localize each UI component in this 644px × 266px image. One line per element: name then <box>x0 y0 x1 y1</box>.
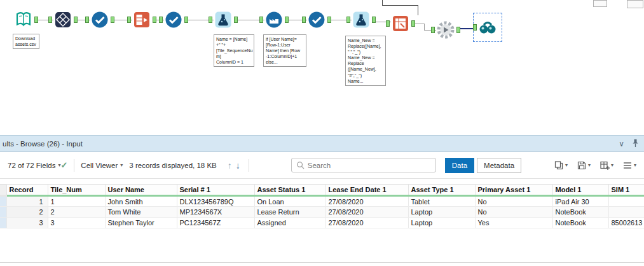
annotation-formula-2[interactable]: Name_New = Replace([Name], " ","_") Name… <box>345 36 386 86</box>
cell-viewer-dropdown[interactable]: Cell Viewer ▾ <box>81 162 123 169</box>
column-header-sim[interactable]: SIM 1 <box>608 185 644 196</box>
tool-input-data[interactable] <box>14 10 33 29</box>
column-header-lease-end[interactable]: Lease End Date 1 <box>325 185 408 196</box>
canvas-control-button[interactable] <box>627 0 643 8</box>
cell[interactable]: Tom White <box>105 207 177 218</box>
search-input[interactable] <box>308 162 431 169</box>
annotation-input[interactable]: Download assets.csv <box>13 34 39 49</box>
pin-icon[interactable] <box>632 139 639 149</box>
output-anchor <box>327 17 331 23</box>
cell[interactable]: iPad Air 30 <box>552 196 608 207</box>
table-row[interactable]: 3 3 Stephen Taylor PC1234567Z Assigned 2… <box>0 218 644 228</box>
cell[interactable]: 1 <box>48 196 105 207</box>
tool-formula-2[interactable] <box>352 10 371 29</box>
cell[interactable]: Assigned <box>254 218 325 228</box>
output-anchor <box>456 27 460 33</box>
column-header-user-name[interactable]: User Name <box>105 185 177 196</box>
tool-tile[interactable] <box>53 10 72 29</box>
cell[interactable]: Laptop <box>408 207 475 218</box>
connection-wire <box>418 5 418 15</box>
cell[interactable]: 27/08/2020 <box>325 207 408 218</box>
tool-text-to-columns[interactable] <box>132 10 151 29</box>
search-box[interactable] <box>291 158 436 172</box>
output-anchor <box>111 17 114 23</box>
cell[interactable]: 27/08/2020 <box>325 218 408 228</box>
tool-formula-1[interactable] <box>214 10 233 29</box>
column-header-record[interactable]: Record <box>6 185 48 196</box>
data-tab-button[interactable]: Data <box>445 158 474 173</box>
cell[interactable] <box>608 207 644 218</box>
save-dropdown-button[interactable]: ▾ <box>577 160 591 171</box>
cell[interactable]: NoteBook <box>552 207 608 218</box>
arrow-up-icon[interactable]: ↑ <box>226 160 234 171</box>
cell[interactable]: 27/08/2020 <box>325 196 408 207</box>
cell[interactable]: 2 <box>48 207 105 218</box>
fields-dropdown[interactable]: 72 of 72 Fields ▾ <box>8 162 60 169</box>
arrow-down-icon[interactable]: ↓ <box>234 160 242 171</box>
tool-select-3[interactable] <box>307 10 326 29</box>
chevron-down-icon[interactable]: ∨ <box>619 140 624 148</box>
cell[interactable]: DLX123456789Q <box>177 196 254 207</box>
cell[interactable] <box>608 196 644 207</box>
cell[interactable]: Laptop <box>408 218 475 228</box>
row-gutter[interactable] <box>0 207 6 218</box>
menu-dropdown-button[interactable]: ▾ <box>622 160 636 171</box>
input-anchor <box>159 17 163 23</box>
copy-dropdown-button[interactable]: ▾ <box>554 160 568 171</box>
cell[interactable]: John Smith <box>105 196 177 207</box>
tool-select-1[interactable] <box>90 10 109 29</box>
caret-down-icon: ▾ <box>634 162 636 168</box>
tool-macro[interactable] <box>436 20 455 39</box>
column-header-primary-asset[interactable]: Primary Asset 1 <box>475 185 552 196</box>
cell[interactable]: PC1234567Z <box>177 218 254 228</box>
cell[interactable]: No <box>475 196 552 207</box>
cell[interactable]: 85002613 <box>608 218 644 228</box>
results-grid: Record Tile_Num User Name Serial # 1 Ass… <box>0 179 644 228</box>
output-anchor <box>285 17 289 23</box>
annotation-formula-1[interactable]: Name = [Name] +" "+ [Tile_SequenceNu m] … <box>214 34 254 67</box>
column-header-tile-num[interactable]: Tile_Num <box>48 185 105 196</box>
tool-cross-tab[interactable] <box>391 14 410 33</box>
new-window-dropdown-button[interactable]: ▾ <box>599 160 613 171</box>
output-anchor <box>74 17 78 23</box>
tool-select-2[interactable] <box>164 10 183 29</box>
table-row[interactable]: 1 1 John Smith DLX123456789Q On Loan 27/… <box>0 196 644 207</box>
cell[interactable]: 3 <box>48 218 105 228</box>
save-icon <box>577 160 587 171</box>
output-anchor <box>34 17 38 23</box>
cell[interactable]: 3 <box>6 218 48 228</box>
results-title: ults - Browse (26) - Input <box>3 140 611 148</box>
cell[interactable]: No <box>475 207 552 218</box>
metadata-tab-button[interactable]: Metadata <box>477 158 521 173</box>
input-anchor <box>48 17 52 23</box>
output-anchor <box>411 20 415 27</box>
cell[interactable]: MP1234567X <box>177 207 254 218</box>
row-gutter[interactable] <box>0 218 6 228</box>
tool-multi-row-formula[interactable] <box>264 10 284 29</box>
cell[interactable]: Stephen Taylor <box>105 218 177 228</box>
row-gutter[interactable] <box>0 196 6 207</box>
cell[interactable]: 1 <box>6 196 48 207</box>
column-header-asset-type[interactable]: Asset Type 1 <box>408 185 475 196</box>
cell[interactable]: NoteBook <box>552 218 608 228</box>
cell[interactable]: 2 <box>6 207 48 218</box>
row-gutter-header <box>0 185 6 196</box>
canvas-control-button[interactable] <box>593 0 607 7</box>
apply-check-icon[interactable]: ✓ <box>60 160 67 170</box>
input-anchor <box>302 17 306 23</box>
input-anchor <box>431 27 435 33</box>
cell[interactable]: On Loan <box>254 196 325 207</box>
cell[interactable]: Yes <box>475 218 552 228</box>
column-header-serial[interactable]: Serial # 1 <box>177 185 254 196</box>
workflow-canvas[interactable]: Download assets.csv Name = [Name] +" "+ … <box>0 0 644 135</box>
annotation-multi-row[interactable]: if [User Name]= [Row-1:User Name] then [… <box>263 34 306 67</box>
tool-browse[interactable] <box>478 18 497 37</box>
search-icon <box>296 161 305 169</box>
caret-down-icon: ▾ <box>611 162 613 168</box>
cell[interactable]: Lease Return <box>254 207 325 218</box>
column-header-model[interactable]: Model 1 <box>552 185 608 196</box>
table-row[interactable]: 2 2 Tom White MP1234567X Lease Return 27… <box>0 207 644 218</box>
browse-binoculars-icon <box>478 18 497 37</box>
column-header-asset-status[interactable]: Asset Status 1 <box>254 185 325 196</box>
cell[interactable]: Tablet <box>408 196 475 207</box>
